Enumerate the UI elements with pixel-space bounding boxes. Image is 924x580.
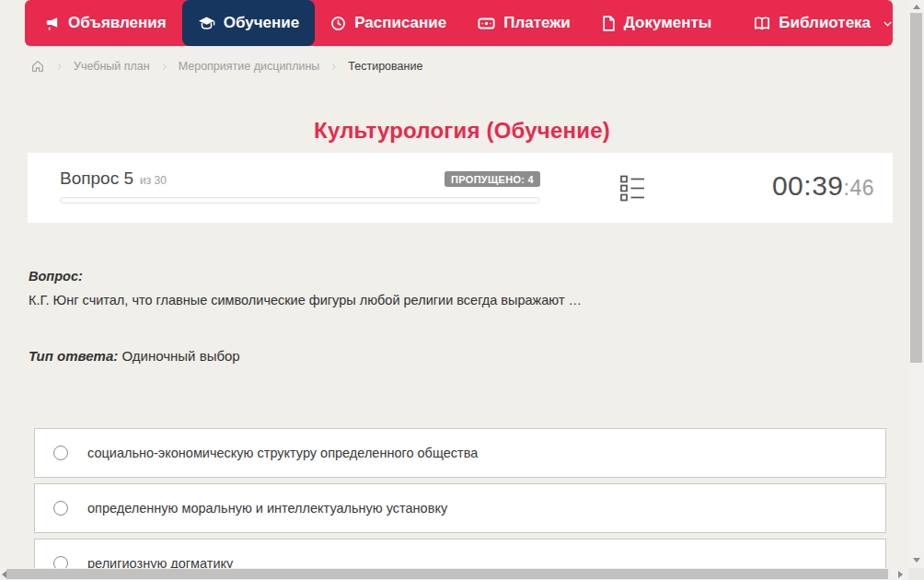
- clock-icon: [330, 16, 346, 31]
- breadcrumb-item-study-plan[interactable]: Учебный план: [74, 60, 150, 73]
- vertical-scrollbar-thumb[interactable]: [910, 13, 922, 363]
- answer-option-label: определенную моральную и интеллектуальну…: [87, 501, 447, 516]
- open-book-icon: [754, 16, 770, 31]
- nav-item-library[interactable]: Библиотека: [738, 0, 909, 46]
- question-text: К.Г. Юнг считал, что главные символическ…: [29, 293, 875, 307]
- nav-item-learning[interactable]: Обучение: [182, 0, 315, 46]
- graduation-cap-icon: [198, 16, 215, 31]
- answer-type-line: Тип ответа: Одиночный выбор: [29, 348, 240, 364]
- timer-minutes: 00:39: [772, 170, 844, 201]
- top-navbar: Объявления Обучение Расписание Платежи Д…: [25, 0, 893, 46]
- radio-button[interactable]: [53, 446, 68, 460]
- timer-seconds: :46: [844, 176, 874, 200]
- nav-item-label: Расписание: [354, 14, 446, 32]
- horizontal-scrollbar[interactable]: [0, 568, 908, 580]
- nav-item-label: Объявления: [68, 14, 167, 32]
- scrollbar-corner: [908, 568, 924, 580]
- home-icon[interactable]: [30, 59, 45, 74]
- nav-item-documents[interactable]: Документы: [586, 0, 728, 46]
- scroll-down-arrow-icon[interactable]: [913, 558, 920, 563]
- answer-type-value: Одиночный выбор: [121, 348, 239, 364]
- answer-option[interactable]: определенную моральную и интеллектуальну…: [34, 483, 886, 533]
- nav-item-announcements[interactable]: Объявления: [29, 0, 182, 46]
- nav-item-label: Обучение: [224, 14, 299, 32]
- question-list-icon[interactable]: [620, 175, 645, 202]
- progress-bar: [60, 197, 540, 203]
- answer-type-label: Тип ответа:: [29, 348, 118, 364]
- breadcrumb: Учебный план Мероприятие дисциплины Тест…: [30, 56, 422, 76]
- answer-options-list: социально-экономическую структуру опреде…: [34, 428, 886, 580]
- chevron-right-icon: [54, 62, 64, 72]
- question-number: Вопрос 5: [60, 168, 133, 189]
- skipped-badge: ПРОПУЩЕНО: 4: [445, 171, 540, 187]
- question-label: Вопрос:: [29, 269, 83, 284]
- nav-item-label: Платежи: [503, 14, 571, 32]
- test-timer: 00:39:46: [772, 170, 874, 202]
- breadcrumb-item-testing: Тестирование: [348, 60, 422, 73]
- chevron-right-icon: [159, 62, 169, 72]
- page-title: Культурология (Обучение): [0, 118, 924, 144]
- radio-button[interactable]: [53, 501, 68, 516]
- answer-option[interactable]: социально-экономическую структуру опреде…: [34, 428, 886, 478]
- horizontal-scrollbar-thumb[interactable]: [6, 569, 888, 579]
- nav-item-payments[interactable]: Платежи: [462, 0, 586, 46]
- question-header-card: Вопрос 5 из 30 ПРОПУЩЕНО: 4 00:39:46: [28, 153, 893, 223]
- breadcrumb-item-discipline-event[interactable]: Мероприятие дисциплины: [179, 60, 320, 73]
- vertical-scrollbar[interactable]: [908, 0, 924, 580]
- answer-option-label: социально-экономическую структуру опреде…: [87, 446, 478, 460]
- banknote-icon: [478, 16, 495, 31]
- nav-item-label: Библиотека: [779, 14, 871, 32]
- scroll-up-arrow-icon[interactable]: [913, 5, 920, 9]
- nav-item-schedule[interactable]: Расписание: [315, 0, 462, 46]
- question-total: из 30: [140, 174, 167, 187]
- document-icon: [602, 16, 616, 31]
- scroll-right-arrow-icon[interactable]: [898, 571, 903, 578]
- nav-item-label: Документы: [624, 14, 712, 32]
- chevron-right-icon: [329, 62, 339, 72]
- question-progress-area: Вопрос 5 из 30 ПРОПУЩЕНО: 4: [60, 168, 540, 203]
- megaphone-icon: [44, 16, 60, 31]
- chevron-down-icon: [882, 17, 894, 29]
